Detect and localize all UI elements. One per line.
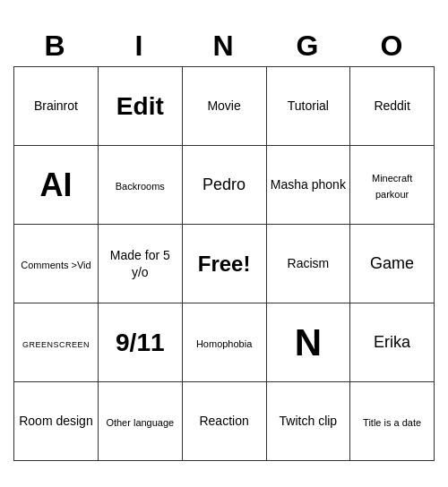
cell-content: GREENSCREEN <box>22 340 90 349</box>
cell-content: Comments >Vid <box>21 260 90 270</box>
cell-content: Title is a date <box>363 417 421 428</box>
cell-content: Free! <box>198 252 251 276</box>
cell-content: Homophobia <box>196 338 252 349</box>
cell-content: Movie <box>207 98 240 113</box>
table-row: AIBackroomsPedroMasha phonkMinecraft par… <box>14 146 435 225</box>
bingo-cell[interactable]: Backrooms <box>98 146 182 225</box>
bingo-cell[interactable]: Reddit <box>350 67 435 146</box>
bingo-cell[interactable]: Reaction <box>182 382 266 461</box>
bingo-cell[interactable]: Masha phonk <box>266 146 350 225</box>
cell-content: Tutorial <box>288 98 329 113</box>
table-row: GREENSCREEN9/11HomophobiaNErika <box>14 303 435 382</box>
table-row: Comments >VidMade for 5 y/oFree!RacismGa… <box>14 225 435 303</box>
cell-content: Twitch clip <box>280 414 338 428</box>
cell-content: Other language <box>106 417 174 428</box>
bingo-cell[interactable]: Minecraft parkour <box>350 146 435 225</box>
bingo-cell[interactable]: Erika <box>350 303 435 382</box>
header-letter: B <box>13 26 98 66</box>
bingo-cell[interactable]: AI <box>14 146 99 225</box>
cell-content: Racism <box>288 256 330 270</box>
bingo-header: BINGO <box>13 26 435 66</box>
cell-content: Game <box>370 254 414 272</box>
bingo-cell[interactable]: Other language <box>98 382 182 461</box>
cell-content: Reddit <box>374 98 409 113</box>
header-letter: O <box>350 26 435 66</box>
bingo-cell[interactable]: Title is a date <box>350 382 435 461</box>
bingo-cell[interactable]: 9/11 <box>98 303 182 382</box>
cell-content: Reaction <box>199 414 248 428</box>
header-letter: N <box>182 26 266 66</box>
cell-content: AI <box>39 167 72 203</box>
cell-content: Minecraft parkour <box>372 173 412 200</box>
cell-content: Brainrot <box>34 98 78 113</box>
cell-content: Erika <box>374 333 410 351</box>
cell-content: Masha phonk <box>271 177 346 192</box>
bingo-cell[interactable]: Edit <box>98 67 182 146</box>
cell-content: Made for 5 y/o <box>110 248 170 278</box>
cell-content: Room design <box>19 414 93 428</box>
bingo-cell[interactable]: GREENSCREEN <box>14 303 99 382</box>
cell-content: Backrooms <box>116 181 165 192</box>
bingo-board: BINGO BrainrotEditMovieTutorialRedditAIB… <box>13 26 435 461</box>
bingo-cell[interactable]: Homophobia <box>182 303 266 382</box>
table-row: Room designOther languageReactionTwitch … <box>14 382 435 461</box>
bingo-cell[interactable]: Racism <box>266 225 350 303</box>
bingo-cell[interactable]: Made for 5 y/o <box>98 225 182 303</box>
bingo-cell[interactable]: Twitch clip <box>266 382 350 461</box>
cell-content: Pedro <box>202 175 246 193</box>
cell-content: 9/11 <box>116 329 165 356</box>
bingo-cell[interactable]: Free! <box>182 225 266 303</box>
cell-content: Edit <box>116 92 164 120</box>
header-letter: I <box>98 26 182 66</box>
bingo-cell[interactable]: Brainrot <box>14 67 99 146</box>
cell-content: N <box>295 321 322 363</box>
bingo-cell[interactable]: Pedro <box>182 146 266 225</box>
bingo-cell[interactable]: Game <box>350 225 435 303</box>
bingo-cell[interactable]: Room design <box>14 382 99 461</box>
bingo-cell[interactable]: Tutorial <box>266 67 350 146</box>
table-row: BrainrotEditMovieTutorialReddit <box>14 67 435 146</box>
header-letter: G <box>266 26 350 66</box>
bingo-cell[interactable]: Comments >Vid <box>14 225 99 303</box>
bingo-cell[interactable]: Movie <box>182 67 266 146</box>
bingo-grid: BrainrotEditMovieTutorialRedditAIBackroo… <box>13 66 435 461</box>
bingo-cell[interactable]: N <box>266 303 350 382</box>
